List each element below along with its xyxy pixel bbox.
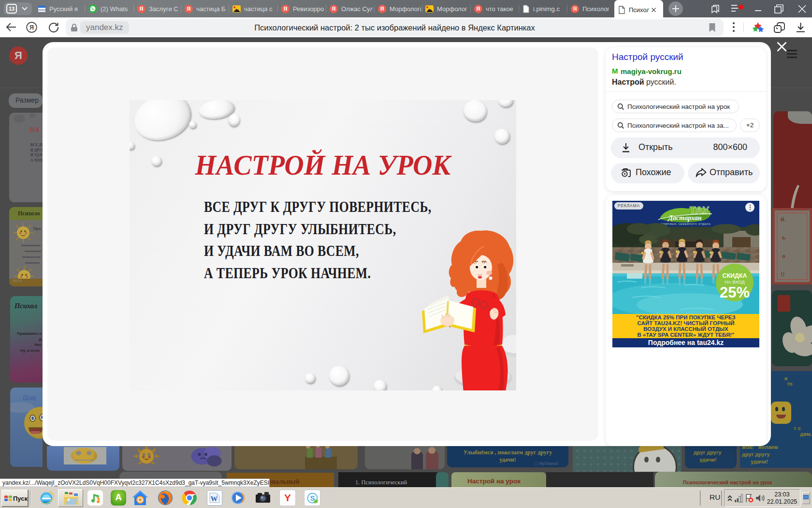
svg-text:САЙТ TAU24.KZ! ЧИСТЫЙ ГОРНЫЙ: САЙТ TAU24.KZ! ЧИСТЫЙ ГОРНЫЙ — [638, 320, 735, 326]
svg-text:Я: Я — [29, 24, 34, 31]
svg-text:ТАУ: ТАУ — [690, 204, 710, 215]
svg-text:Дастархан: Дастархан — [667, 214, 702, 222]
svg-text:КОМПЛЕКС СЕМЕЙНОГО ОТДЫХА: КОМПЛЕКС СЕМЕЙНОГО ОТДЫХА — [661, 222, 710, 225]
svg-text:СКИДКА: СКИДКА — [722, 272, 747, 279]
svg-text:"СКИДКА 25% ПРИ ПОКУПКЕ ЧЕРЕЗ: "СКИДКА 25% ПРИ ПОКУПКЕ ЧЕРЕЗ — [636, 314, 735, 320]
svg-text:S: S — [310, 494, 315, 502]
svg-text:ВОЗДУХ И КЛАССНЫЙ ОТДЫХ: ВОЗДУХ И КЛАССНЫЙ ОТДЫХ — [643, 326, 728, 332]
svg-text:W: W — [211, 495, 218, 503]
svg-text:25%: 25% — [720, 284, 750, 301]
svg-text:В «ТАУ SPA CENTER» ЖДУТ ТЕБЯ!": В «ТАУ SPA CENTER» ЖДУТ ТЕБЯ!" — [637, 332, 734, 338]
svg-text:Подробнее на tau24.kz: Подробнее на tau24.kz — [648, 339, 724, 346]
